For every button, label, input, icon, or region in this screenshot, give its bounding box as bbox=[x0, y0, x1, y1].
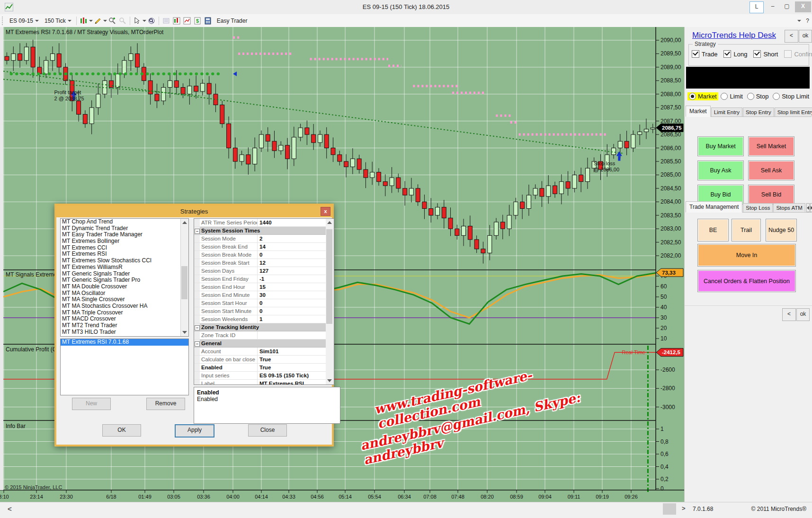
grid-property-row[interactable]: Session Days127 bbox=[194, 267, 326, 275]
list-item[interactable]: MT MA Oscillator bbox=[61, 290, 188, 297]
title-bar[interactable]: ES 09-15 (150 Tick) 18.06.2015 L – ▢ X bbox=[0, 0, 812, 15]
account-dollar-icon[interactable]: $ bbox=[192, 16, 203, 26]
list-item[interactable]: MT MA Stochastics Crossover HA bbox=[61, 303, 188, 310]
list-item[interactable]: MT MA Double Crossover bbox=[61, 284, 188, 290]
sell-market-button[interactable]: Sell Market bbox=[748, 136, 794, 156]
apply-button[interactable]: Apply bbox=[175, 424, 214, 438]
radio-market[interactable]: Market bbox=[687, 92, 718, 100]
new-button[interactable]: New bbox=[72, 398, 111, 410]
grid-property-row[interactable]: ATR Time Series Period1440 bbox=[194, 219, 326, 227]
strategy-properties-grid[interactable]: ATR Time Series Period1440–System Sessio… bbox=[194, 218, 326, 385]
tab-stops-atm[interactable]: Stops ATM bbox=[773, 203, 805, 212]
help-icon[interactable]: ? bbox=[806, 18, 809, 24]
list-item[interactable]: MT Extremes Slow Stochastics CCI bbox=[61, 258, 188, 264]
zoom-in-icon[interactable] bbox=[107, 16, 117, 26]
grid-property-row[interactable]: LabelMT Extremes RSI bbox=[194, 380, 326, 385]
grid-property-row[interactable]: Input seriesES 09-15 (150 Tick) bbox=[194, 372, 326, 380]
list-item[interactable]: MT Easy Trader Trade Manager bbox=[61, 232, 188, 238]
panel-back-button[interactable]: < bbox=[785, 30, 798, 43]
radio-stop-limit[interactable]: Stop Limit bbox=[771, 92, 811, 100]
maximize-button[interactable]: ▢ bbox=[781, 1, 793, 12]
list-item[interactable]: MT MA Triple Crossover bbox=[61, 310, 188, 316]
tab-scroll-right-icon[interactable] bbox=[810, 203, 812, 212]
tab-stop-entry[interactable]: Stop Entry bbox=[743, 107, 774, 116]
cursor-icon[interactable] bbox=[132, 16, 143, 26]
list-item[interactable]: MT MACD Crossover bbox=[61, 316, 188, 322]
microtrends-help-link[interactable]: MicroTrends Help Desk bbox=[692, 31, 776, 40]
chevron-down-icon[interactable] bbox=[103, 20, 107, 22]
dialog-title-bar[interactable]: Strategies x bbox=[56, 205, 332, 217]
trail-button[interactable]: Trail bbox=[732, 219, 761, 241]
calculator-icon[interactable] bbox=[203, 16, 213, 26]
tab-stop-loss[interactable]: Stop Loss bbox=[743, 203, 773, 212]
radio-stop[interactable]: Stop bbox=[746, 92, 770, 100]
list-item[interactable]: MT Extremes Bollinger bbox=[61, 238, 188, 245]
draw-pencil-icon[interactable] bbox=[93, 16, 103, 26]
scroll-left-icon[interactable]: < bbox=[8, 505, 12, 513]
tab-limit-entry[interactable]: Limit Entry bbox=[711, 107, 742, 116]
grid-section-row[interactable]: –Zone Tracking Identity bbox=[194, 323, 326, 331]
toolbar-grip[interactable] bbox=[2, 17, 7, 25]
chart-style-icon[interactable] bbox=[79, 16, 89, 26]
grid-property-row[interactable]: Session Mode2 bbox=[194, 235, 326, 243]
sell-ask-button[interactable]: Sell Ask bbox=[748, 161, 794, 180]
scroll-right-icon[interactable]: > bbox=[682, 505, 686, 512]
list-item[interactable]: MT Extremes WilliamsR bbox=[61, 264, 188, 271]
remove-button[interactable]: Remove bbox=[146, 398, 185, 410]
list-item[interactable]: MT MA Single Crossover bbox=[61, 296, 188, 303]
cancel-flatten-button[interactable]: Cancel Orders & Flatten Position bbox=[697, 270, 796, 292]
grid-property-row[interactable]: Session Break Mode0 bbox=[194, 251, 326, 259]
available-strategies-list[interactable]: MT Chop And TrendMT Dynamic Trend Trader… bbox=[60, 218, 189, 337]
period-dropdown[interactable]: 150 Tick bbox=[42, 17, 74, 25]
list-item[interactable]: MT MT2 Trend Trader bbox=[61, 322, 188, 329]
tab-scroll-left-icon[interactable] bbox=[806, 203, 810, 212]
list-item[interactable]: MT Generic Signals Trader Pro bbox=[61, 277, 188, 284]
grid-property-row[interactable]: Session End Hour15 bbox=[194, 283, 326, 291]
panel-ok-button[interactable]: ok bbox=[799, 30, 812, 43]
applied-strategies-list[interactable]: MT Extremes RSI 7.0.1.68 bbox=[60, 339, 189, 395]
checkbox-long[interactable]: Long bbox=[723, 50, 747, 58]
hscroll-thumb[interactable] bbox=[663, 503, 676, 515]
grid-property-row[interactable]: Session Break End14 bbox=[194, 243, 326, 251]
dialog-close-icon[interactable]: x bbox=[321, 207, 330, 216]
nudge-50-button[interactable]: Nudge 50 bbox=[766, 219, 797, 241]
list-item[interactable]: MT Extremes RSI bbox=[61, 251, 188, 258]
applied-item[interactable]: MT Extremes RSI 7.0.1.68 bbox=[61, 339, 188, 346]
grid-property-row[interactable]: AccountSim101 bbox=[194, 348, 326, 356]
chevron-down-icon[interactable] bbox=[143, 20, 146, 22]
grid-property-row[interactable]: Session Start Hour0 bbox=[194, 299, 326, 307]
grid-property-row[interactable]: Session End Minute30 bbox=[194, 291, 326, 299]
toolbar-overflow-icon[interactable] bbox=[797, 20, 801, 22]
buy-market-button[interactable]: Buy Market bbox=[697, 136, 744, 156]
grid-section-row[interactable]: –General bbox=[194, 339, 326, 348]
panel-back-button-2[interactable]: < bbox=[782, 308, 796, 321]
radio-limit[interactable]: Limit bbox=[719, 92, 744, 100]
list-item[interactable]: MT Chop And Trend bbox=[61, 219, 188, 225]
tab-stop-limit-entry[interactable]: Stop limit Entry bbox=[775, 107, 812, 116]
close-button-dialog[interactable]: Close bbox=[248, 424, 287, 437]
panel-ok-button-2[interactable]: ok bbox=[796, 308, 810, 321]
zoom-region-icon[interactable] bbox=[146, 16, 157, 26]
ok-button[interactable]: OK bbox=[102, 424, 141, 437]
grid-property-row[interactable]: EnabledTrue bbox=[194, 364, 326, 372]
list-item[interactable]: MT Extremes CCI bbox=[61, 245, 188, 251]
minimize-button[interactable]: – bbox=[767, 1, 778, 12]
buy-ask-button[interactable]: Buy Ask bbox=[697, 161, 744, 180]
data-box-icon[interactable] bbox=[161, 16, 171, 26]
list-item[interactable]: MT Dynamic Trend Trader bbox=[61, 225, 188, 232]
grid-property-row[interactable]: Session Weekends1 bbox=[194, 315, 326, 323]
grid-property-row[interactable]: Zone Track ID bbox=[194, 331, 326, 339]
grid-property-row[interactable]: Session Start Minute0 bbox=[194, 307, 326, 315]
market-analyzer-icon[interactable] bbox=[182, 16, 192, 26]
list-item[interactable]: MT MT3 HILO Trader bbox=[61, 329, 188, 336]
grid-scrollbar[interactable] bbox=[326, 218, 334, 385]
grid-property-row[interactable]: Session Break Start12 bbox=[194, 259, 326, 267]
chevron-down-icon[interactable] bbox=[89, 20, 93, 22]
zoom-out-icon[interactable] bbox=[117, 16, 128, 26]
instrument-dropdown[interactable]: ES 09-15 bbox=[7, 17, 42, 25]
tab-trade-management[interactable]: Trade Management bbox=[686, 201, 742, 213]
close-button[interactable]: X bbox=[795, 1, 811, 12]
grid-property-row[interactable]: Session End Friday-1 bbox=[194, 275, 326, 283]
grid-section-row[interactable]: –System Session Times bbox=[194, 227, 326, 235]
list-scrollbar[interactable] bbox=[180, 219, 188, 336]
